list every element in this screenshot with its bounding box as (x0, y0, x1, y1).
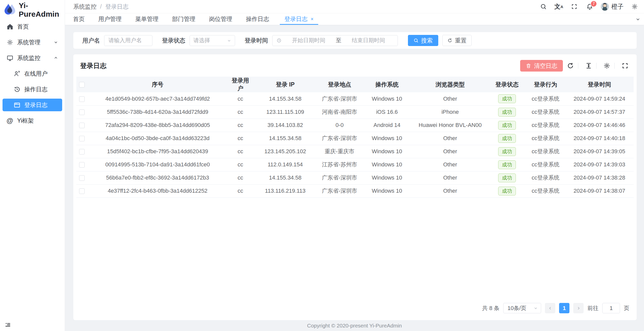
card-toolbar: 清空日志 (520, 60, 630, 72)
settings-gear-icon[interactable] (630, 2, 639, 11)
row-checkbox[interactable] (79, 123, 85, 128)
chevron-down-icon (54, 40, 58, 45)
chevron-right-icon (576, 306, 581, 311)
login-time-label: 登录时间 (245, 37, 268, 45)
table-cell: 成功 (488, 158, 526, 171)
table-row: 4a04c1bc-0d50-3bde-ca0f-3a14dd63223dcc14… (76, 132, 634, 145)
table-cell: 113.116.219.113 (253, 184, 317, 197)
goto-page-input[interactable] (602, 303, 620, 313)
sidebar-item-operation-log[interactable]: 操作日志 (3, 83, 62, 96)
user-menu[interactable]: 橙子 (601, 3, 624, 11)
tab-post-management[interactable]: 岗位管理 (208, 13, 233, 25)
table-cell: 0-0 (317, 119, 362, 132)
sidebar-item-label: 首页 (17, 23, 29, 31)
login-log-card: 登录日志 清空日志 (73, 54, 637, 320)
column-header: 登录地点 (317, 77, 362, 92)
search-icon[interactable] (539, 2, 548, 11)
sidebar: Yi-PureAdmin 首页 系统管理 (0, 0, 65, 331)
table-row: 15d5f402-bc1b-cfbe-7f95-3a14dd620439cc12… (76, 145, 634, 158)
table-cell: 2024-09-07 14:59:24 (565, 92, 634, 105)
table-cell: Windows 10 (362, 92, 412, 105)
page-content: 用户名 登录状态 请选择 登录时间 开始日期时间 至 结束日期时间 (65, 25, 644, 320)
start-date-placeholder: 开始日期时间 (284, 37, 334, 44)
tab-home[interactable]: 首页 (72, 13, 86, 25)
table-cell: 2024-09-07 14:46:46 (565, 119, 634, 132)
topbar-actions: 文A 7 橙子 (539, 2, 639, 11)
search-form-card: 用户名 登录状态 请选择 登录时间 开始日期时间 至 结束日期时间 (73, 32, 637, 49)
sidebar-item-yi-framework[interactable]: @ Yi框架 (3, 114, 62, 127)
logo[interactable]: Yi-PureAdmin (0, 0, 65, 20)
table-row: 5ff5536c-738b-4d14-620a-3a14dd72fdd9cc12… (76, 105, 634, 119)
table-cell: 14.155.34.58 (253, 171, 317, 184)
tabs-more-chevron-icon[interactable] (632, 13, 644, 25)
prev-page-button[interactable] (545, 303, 555, 313)
login-log-table: 序号 登录用户 登录 IP 登录地点 操作系统 浏览器类型 登录状态 登录行为 … (76, 77, 634, 198)
table-cell: cc (228, 119, 253, 132)
table-cell: 56b6a7e0-fbb2-ef8c-3692-3a14dd6172b3 (87, 171, 228, 184)
row-checkbox[interactable] (79, 149, 85, 155)
translate-icon[interactable]: 文A (555, 2, 563, 11)
table-cell: 成功 (488, 119, 526, 132)
table-cell: 4a04c1bc-0d50-3bde-ca0f-3a14dd63223d (87, 132, 228, 145)
row-checkbox[interactable] (79, 175, 85, 181)
current-page-button[interactable]: 1 (559, 303, 569, 313)
tab-department-management[interactable]: 部门管理 (171, 13, 196, 25)
table-cell: cc登录系统 (526, 171, 565, 184)
table-cell: cc登录系统 (526, 92, 565, 105)
table-cell: 2024-09-07 14:38:28 (565, 171, 634, 184)
row-checkbox[interactable] (79, 188, 85, 194)
pagination: 共 8 条 10条/页 1 前往 页 (73, 303, 637, 320)
breadcrumb-parent[interactable]: 系统监控 (73, 3, 97, 11)
table-cell: cc (228, 145, 253, 158)
username-label: 用户名 (82, 37, 100, 45)
status-badge: 成功 (498, 134, 516, 143)
density-icon[interactable] (584, 61, 593, 71)
select-all-checkbox[interactable] (79, 82, 85, 87)
status-badge: 成功 (498, 108, 516, 117)
sidebar-collapse-button[interactable] (0, 318, 65, 331)
column-header: 登录 IP (253, 77, 317, 92)
notification-bell-icon[interactable]: 7 (585, 2, 594, 11)
clear-log-button[interactable]: 清空日志 (520, 60, 563, 72)
table-cell: Windows 10 (362, 132, 412, 145)
page-size-select[interactable]: 10条/页 (503, 303, 541, 313)
table-cell: 江苏省-苏州市 (317, 158, 362, 171)
row-checkbox[interactable] (79, 109, 85, 115)
tab-menu-management[interactable]: 菜单管理 (134, 13, 159, 25)
reset-button[interactable]: 重置 (442, 35, 472, 46)
login-status-select[interactable]: 请选择 (190, 35, 235, 46)
table-cell: iPhone (412, 105, 488, 119)
tab-login-log[interactable]: 登录日志 × (282, 13, 316, 25)
username-input[interactable] (104, 37, 152, 44)
sidebar-item-login-log[interactable]: 登录日志 (3, 99, 62, 111)
sidebar-item-system-monitor[interactable]: 系统监控 (3, 52, 62, 64)
notification-badge: 7 (590, 1, 597, 7)
fullscreen-icon[interactable] (570, 2, 579, 11)
search-button[interactable]: 搜索 (408, 35, 438, 46)
tab-close-icon[interactable]: × (311, 16, 314, 22)
table-fullscreen-icon[interactable] (620, 61, 630, 71)
login-time-range-picker[interactable]: 开始日期时间 至 结束日期时间 (272, 35, 398, 46)
toolbar-divider (614, 63, 615, 69)
tab-operation-log[interactable]: 操作日志 (245, 13, 270, 25)
table-cell: Windows 10 (362, 171, 412, 184)
next-page-button[interactable] (573, 303, 584, 313)
table-cell: 123.145.205.102 (253, 145, 317, 158)
copyright-text: Copyright © 2020-present Yi-PureAdmin (307, 323, 402, 329)
table-row: 4e1d0549-b092-657b-aec7-3a14dd749fd2cc14… (76, 92, 634, 105)
table-cell: cc (228, 132, 253, 145)
column-settings-icon[interactable] (602, 61, 612, 71)
sidebar-item-label: 系统监控 (17, 54, 40, 62)
table-cell: 成功 (488, 132, 526, 145)
toolbar-divider (596, 63, 596, 69)
row-checkbox[interactable] (79, 96, 85, 102)
sidebar-item-system-management[interactable]: 系统管理 (3, 36, 62, 49)
sidebar-item-online-users[interactable]: 在线用户 (3, 67, 62, 80)
row-checkbox[interactable] (79, 162, 85, 168)
sidebar-item-home[interactable]: 首页 (3, 20, 62, 33)
row-checkbox[interactable] (79, 136, 85, 141)
table-cell: Other (412, 184, 488, 197)
sidebar-item-label: 登录日志 (24, 101, 48, 109)
tab-user-management[interactable]: 用户管理 (97, 13, 123, 25)
refresh-icon[interactable] (566, 61, 575, 71)
